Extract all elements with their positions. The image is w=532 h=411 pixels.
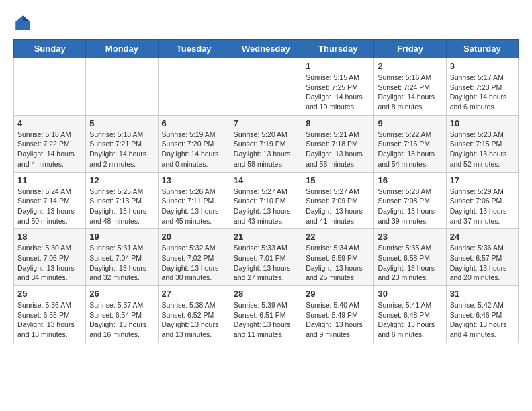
calendar-header: SundayMondayTuesdayWednesdayThursdayFrid…	[14, 40, 519, 58]
day-info: Sunrise: 5:18 AM Sunset: 7:21 PM Dayligh…	[89, 130, 154, 169]
day-number: 21	[234, 232, 298, 242]
calendar-cell: 12Sunrise: 5:25 AM Sunset: 7:13 PM Dayli…	[86, 172, 158, 229]
day-of-week-wednesday: Wednesday	[230, 40, 302, 58]
calendar-cell: 26Sunrise: 5:37 AM Sunset: 6:54 PM Dayli…	[86, 286, 158, 343]
day-info: Sunrise: 5:18 AM Sunset: 7:22 PM Dayligh…	[17, 130, 82, 169]
calendar-cell: 10Sunrise: 5:23 AM Sunset: 7:15 PM Dayli…	[446, 115, 518, 172]
day-info: Sunrise: 5:22 AM Sunset: 7:16 PM Dayligh…	[378, 130, 442, 169]
day-info: Sunrise: 5:34 AM Sunset: 6:59 PM Dayligh…	[306, 243, 370, 283]
day-info: Sunrise: 5:36 AM Sunset: 6:55 PM Dayligh…	[17, 300, 82, 340]
day-number: 18	[17, 232, 82, 242]
day-number: 24	[450, 232, 515, 242]
calendar-cell: 11Sunrise: 5:24 AM Sunset: 7:14 PM Dayli…	[14, 172, 86, 229]
calendar-cell: 15Sunrise: 5:27 AM Sunset: 7:09 PM Dayli…	[302, 172, 374, 229]
day-number: 16	[378, 175, 442, 185]
day-info: Sunrise: 5:17 AM Sunset: 7:23 PM Dayligh…	[450, 73, 515, 112]
day-info: Sunrise: 5:29 AM Sunset: 7:06 PM Dayligh…	[450, 187, 515, 226]
day-info: Sunrise: 5:32 AM Sunset: 7:02 PM Dayligh…	[162, 243, 226, 283]
calendar-cell: 23Sunrise: 5:35 AM Sunset: 6:58 PM Dayli…	[374, 229, 446, 286]
calendar-cell: 16Sunrise: 5:28 AM Sunset: 7:08 PM Dayli…	[374, 172, 446, 229]
day-number: 2	[378, 61, 442, 71]
day-number: 13	[162, 175, 226, 185]
calendar-cell: 27Sunrise: 5:38 AM Sunset: 6:52 PM Dayli…	[158, 286, 230, 343]
day-info: Sunrise: 5:24 AM Sunset: 7:14 PM Dayligh…	[17, 187, 82, 226]
page-header	[13, 13, 519, 32]
day-number: 9	[378, 118, 442, 128]
day-info: Sunrise: 5:40 AM Sunset: 6:49 PM Dayligh…	[306, 300, 370, 340]
day-number: 12	[89, 175, 154, 185]
day-of-week-monday: Monday	[86, 40, 158, 58]
calendar-cell: 20Sunrise: 5:32 AM Sunset: 7:02 PM Dayli…	[158, 229, 230, 286]
svg-marker-1	[23, 16, 30, 22]
week-row-4: 18Sunrise: 5:30 AM Sunset: 7:05 PM Dayli…	[14, 229, 519, 286]
day-number: 26	[89, 289, 154, 299]
calendar-cell: 17Sunrise: 5:29 AM Sunset: 7:06 PM Dayli…	[446, 172, 518, 229]
calendar-cell: 22Sunrise: 5:34 AM Sunset: 6:59 PM Dayli…	[302, 229, 374, 286]
calendar-cell: 9Sunrise: 5:22 AM Sunset: 7:16 PM Daylig…	[374, 115, 446, 172]
day-info: Sunrise: 5:26 AM Sunset: 7:11 PM Dayligh…	[162, 187, 226, 226]
day-number: 8	[306, 118, 370, 128]
day-info: Sunrise: 5:28 AM Sunset: 7:08 PM Dayligh…	[378, 187, 442, 226]
calendar-cell: 5Sunrise: 5:18 AM Sunset: 7:21 PM Daylig…	[86, 115, 158, 172]
calendar-cell: 28Sunrise: 5:39 AM Sunset: 6:51 PM Dayli…	[230, 286, 302, 343]
day-number: 5	[89, 118, 154, 128]
calendar-cell: 25Sunrise: 5:36 AM Sunset: 6:55 PM Dayli…	[14, 286, 86, 343]
calendar-cell: 14Sunrise: 5:27 AM Sunset: 7:10 PM Dayli…	[230, 172, 302, 229]
logo-icon	[13, 13, 32, 32]
day-number: 15	[306, 175, 370, 185]
calendar-cell: 6Sunrise: 5:19 AM Sunset: 7:20 PM Daylig…	[158, 115, 230, 172]
calendar-cell: 4Sunrise: 5:18 AM Sunset: 7:22 PM Daylig…	[14, 115, 86, 172]
day-number: 30	[378, 289, 442, 299]
day-info: Sunrise: 5:36 AM Sunset: 6:57 PM Dayligh…	[450, 243, 515, 283]
day-info: Sunrise: 5:41 AM Sunset: 6:48 PM Dayligh…	[378, 300, 442, 340]
calendar-cell: 31Sunrise: 5:42 AM Sunset: 6:46 PM Dayli…	[446, 286, 518, 343]
day-info: Sunrise: 5:20 AM Sunset: 7:19 PM Dayligh…	[234, 130, 298, 169]
day-number: 7	[234, 118, 298, 128]
day-number: 19	[89, 232, 154, 242]
day-number: 23	[378, 232, 442, 242]
calendar-body: 1Sunrise: 5:15 AM Sunset: 7:25 PM Daylig…	[14, 58, 519, 343]
calendar-cell	[158, 58, 230, 116]
calendar-cell: 21Sunrise: 5:33 AM Sunset: 7:01 PM Dayli…	[230, 229, 302, 286]
day-number: 20	[162, 232, 226, 242]
week-row-5: 25Sunrise: 5:36 AM Sunset: 6:55 PM Dayli…	[14, 286, 519, 343]
calendar-cell: 30Sunrise: 5:41 AM Sunset: 6:48 PM Dayli…	[374, 286, 446, 343]
day-number: 29	[306, 289, 370, 299]
day-number: 6	[162, 118, 226, 128]
day-info: Sunrise: 5:42 AM Sunset: 6:46 PM Dayligh…	[450, 300, 515, 340]
calendar-cell: 2Sunrise: 5:16 AM Sunset: 7:24 PM Daylig…	[374, 58, 446, 116]
day-info: Sunrise: 5:39 AM Sunset: 6:51 PM Dayligh…	[234, 300, 298, 340]
day-info: Sunrise: 5:31 AM Sunset: 7:04 PM Dayligh…	[89, 243, 154, 283]
day-number: 11	[17, 175, 82, 185]
day-info: Sunrise: 5:21 AM Sunset: 7:18 PM Dayligh…	[306, 130, 370, 169]
calendar-cell	[14, 58, 86, 116]
calendar-cell: 3Sunrise: 5:17 AM Sunset: 7:23 PM Daylig…	[446, 58, 518, 116]
calendar-cell	[230, 58, 302, 116]
day-of-week-tuesday: Tuesday	[158, 40, 230, 58]
day-number: 25	[17, 289, 82, 299]
day-info: Sunrise: 5:33 AM Sunset: 7:01 PM Dayligh…	[234, 243, 298, 283]
day-of-week-thursday: Thursday	[302, 40, 374, 58]
day-info: Sunrise: 5:15 AM Sunset: 7:25 PM Dayligh…	[306, 73, 370, 112]
day-number: 1	[306, 61, 370, 71]
calendar: SundayMondayTuesdayWednesdayThursdayFrid…	[13, 39, 519, 343]
day-number: 17	[450, 175, 515, 185]
day-info: Sunrise: 5:23 AM Sunset: 7:15 PM Dayligh…	[450, 130, 515, 169]
logo	[13, 13, 35, 32]
day-number: 3	[450, 61, 515, 71]
calendar-cell: 1Sunrise: 5:15 AM Sunset: 7:25 PM Daylig…	[302, 58, 374, 116]
day-number: 31	[450, 289, 515, 299]
day-info: Sunrise: 5:25 AM Sunset: 7:13 PM Dayligh…	[89, 187, 154, 226]
day-of-week-saturday: Saturday	[446, 40, 518, 58]
day-number: 4	[17, 118, 82, 128]
day-of-week-friday: Friday	[374, 40, 446, 58]
calendar-cell	[86, 58, 158, 116]
calendar-cell: 24Sunrise: 5:36 AM Sunset: 6:57 PM Dayli…	[446, 229, 518, 286]
calendar-cell: 19Sunrise: 5:31 AM Sunset: 7:04 PM Dayli…	[86, 229, 158, 286]
calendar-cell: 8Sunrise: 5:21 AM Sunset: 7:18 PM Daylig…	[302, 115, 374, 172]
calendar-cell: 13Sunrise: 5:26 AM Sunset: 7:11 PM Dayli…	[158, 172, 230, 229]
day-info: Sunrise: 5:27 AM Sunset: 7:10 PM Dayligh…	[234, 187, 298, 226]
day-of-week-sunday: Sunday	[14, 40, 86, 58]
day-info: Sunrise: 5:30 AM Sunset: 7:05 PM Dayligh…	[17, 243, 82, 283]
day-number: 28	[234, 289, 298, 299]
